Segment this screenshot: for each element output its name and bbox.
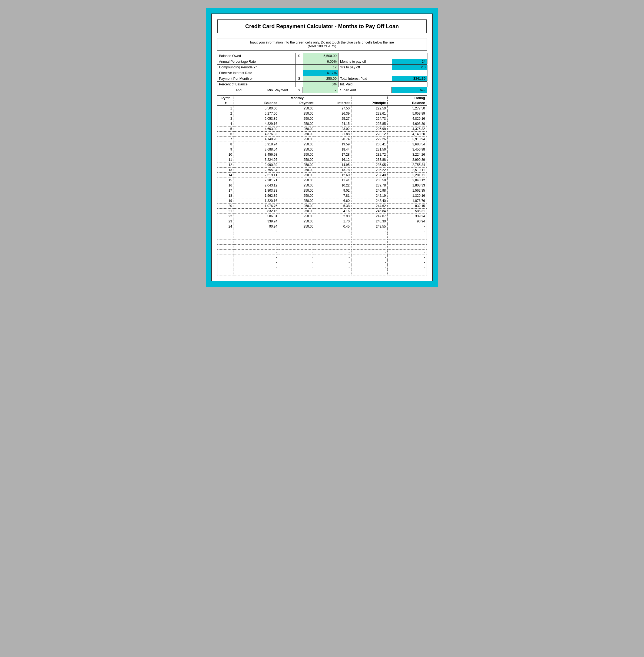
cell-num: 14 [217, 173, 234, 178]
percent-label: Percent of Balance [217, 81, 296, 87]
payment-row: Payment Per Month or $ 250.00 Total Inte… [217, 76, 427, 81]
apr-value[interactable]: 6.00% [303, 59, 338, 64]
cell-interest: 13.78 [315, 168, 351, 173]
cell-num [217, 270, 234, 275]
table-row: - - - - - [217, 234, 427, 239]
cell-ending: 2,755.34 [388, 162, 427, 168]
cell-principle: 242.19 [351, 193, 388, 198]
table-row: 19 1,320.16 250.00 6.60 243.40 1,076.76 [217, 198, 427, 204]
cell-ending: 1,320.16 [388, 193, 427, 198]
apr-dollar-empty [296, 59, 303, 64]
cell-num: 20 [217, 204, 234, 209]
th-monthly: Monthly [279, 96, 315, 101]
cell-principle: 226.98 [351, 126, 388, 132]
cell-payment: 250.00 [279, 126, 315, 132]
cell-ending: 832.15 [388, 204, 427, 209]
cell-num: 5 [217, 126, 234, 132]
loan-amt-value: 6% [392, 87, 427, 93]
cell-principle: 245.84 [351, 209, 388, 214]
cell-num: 21 [217, 209, 234, 214]
cell-ending: 1,076.76 [388, 198, 427, 204]
cell-num: 10 [217, 152, 234, 157]
table-row: 11 3,224.26 250.00 16.12 233.88 2,990.39 [217, 157, 427, 162]
cell-balance: 90.94 [234, 224, 279, 229]
cell-payment: 250.00 [279, 224, 315, 229]
cell-ending: 1,562.35 [388, 188, 427, 193]
page-title: Credit Card Repayment Calculator - Month… [221, 23, 423, 29]
table-row: 22 586.31 250.00 2.93 247.07 339.24 [217, 214, 427, 219]
th-interest: Interest [315, 100, 351, 106]
cell-interest: 10.22 [315, 183, 351, 188]
cell-num: 7 [217, 137, 234, 142]
cell-principle: 232.72 [351, 152, 388, 157]
cell-interest: 16.12 [315, 157, 351, 162]
table-row: 21 832.15 250.00 4.16 245.84 586.31 [217, 209, 427, 214]
table-row: 7 4,148.20 250.00 20.74 229.26 3,918.94 [217, 137, 427, 142]
th-hash: # [217, 100, 234, 106]
cell-num: 19 [217, 198, 234, 204]
cell-principle: 224.73 [351, 116, 388, 121]
cell-principle: 229.26 [351, 137, 388, 142]
empty-right-val-2 [392, 70, 428, 76]
int-paid-label: Int. Paid [338, 81, 392, 87]
cell-interest: 21.88 [315, 132, 351, 137]
input-section: Balance Owed $ 5,500.00 Annual Percentag… [217, 53, 427, 93]
cell-principle: 240.98 [351, 188, 388, 193]
percent-row: Percent of Balance 0% Int. Paid [217, 81, 427, 87]
cell-num: 24 [217, 224, 234, 229]
cell-num [217, 234, 234, 239]
cell-payment: 250.00 [279, 147, 315, 152]
cell-principle: - [351, 250, 388, 255]
min-dollar: $ [295, 87, 303, 93]
cell-payment: 250.00 [279, 157, 315, 162]
cell-ending: 1,803.33 [388, 183, 427, 188]
table-row: 2 5,277.50 250.00 26.39 223.61 5,053.89 [217, 111, 427, 116]
eir-row: Effective Interest Rate 6.17% [217, 70, 427, 76]
cell-principle: 231.56 [351, 147, 388, 152]
cell-num: 12 [217, 162, 234, 168]
cell-num: 13 [217, 168, 234, 173]
balance-value[interactable]: 5,500.00 [303, 53, 338, 58]
cell-interest: 19.59 [315, 142, 351, 147]
cell-ending: 4,376.32 [388, 126, 427, 132]
loan-amt-label: / Loan Amt [338, 87, 392, 93]
table-row: 24 90.94 250.00 0.45 249.55 - [217, 224, 427, 229]
cell-balance: 586.31 [234, 214, 279, 219]
cell-num: 9 [217, 147, 234, 152]
percent-value[interactable]: 0% [303, 81, 338, 87]
cell-principle: 238.59 [351, 178, 388, 183]
cell-payment: 250.00 [279, 219, 315, 224]
cell-balance: 4,376.32 [234, 132, 279, 137]
min-value[interactable]: - [303, 87, 338, 93]
table-row: - - - - - [217, 229, 427, 234]
instruction-box: Input your information into the green ce… [217, 38, 427, 50]
cell-payment: - [279, 270, 315, 275]
cell-interest: 12.60 [315, 173, 351, 178]
cell-principle: - [351, 255, 388, 260]
payment-value[interactable]: 250.00 [303, 76, 338, 81]
instruction-line2: (MAX 100 YEARS) [221, 44, 423, 48]
cell-num [217, 229, 234, 234]
balance-dollar: $ [296, 53, 303, 58]
total-interest-label: Total Interest Paid [338, 76, 392, 81]
cell-balance: - [234, 239, 279, 244]
cell-balance: 3,224.26 [234, 157, 279, 162]
th-blank2 [315, 96, 351, 101]
th-ending: Ending [388, 96, 427, 101]
cell-ending: 5,053.89 [388, 111, 427, 116]
compounding-label: Compounding Periods/Yr [217, 65, 296, 70]
and-row: and Min. Payment $ - / Loan Amt 6% [217, 87, 427, 93]
cell-principle: 243.40 [351, 198, 388, 204]
cell-ending: 586.31 [388, 209, 427, 214]
cell-principle: - [351, 239, 388, 244]
cell-principle: 225.85 [351, 121, 388, 126]
cell-num [217, 244, 234, 250]
main-card: Credit Card Repayment Calculator - Month… [211, 14, 433, 281]
table-row: 23 339.24 250.00 1.70 248.30 90.94 [217, 219, 427, 224]
cell-interest: 7.81 [315, 193, 351, 198]
compounding-value[interactable]: 12 [303, 65, 338, 70]
table-row: - - - - - [217, 255, 427, 260]
cell-principle: 237.40 [351, 173, 388, 178]
cell-ending: - [388, 265, 427, 270]
table-row: 6 4,376.32 250.00 21.88 228.12 4,148.20 [217, 132, 427, 137]
